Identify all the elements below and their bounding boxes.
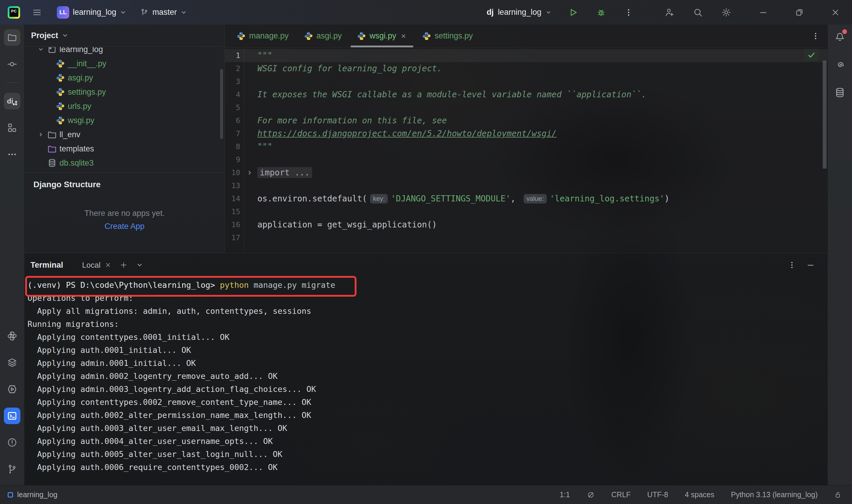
tree-item-asgi.py[interactable]: asgi.py <box>24 71 224 85</box>
close-icon <box>831 8 840 17</box>
toolwindow-django-structure-button[interactable]: di <box>4 93 20 109</box>
package-icon <box>48 47 56 54</box>
caret-position-widget[interactable]: 1:1 <box>560 490 570 499</box>
tree-item-label: urls.py <box>68 102 91 111</box>
code-with-me-button[interactable] <box>660 7 678 17</box>
settings-button[interactable] <box>717 7 736 17</box>
run-configuration-widget[interactable]: dj learning_log <box>484 5 555 19</box>
tree-item-ll_env[interactable]: ll_env <box>24 127 224 142</box>
close-button[interactable] <box>827 8 844 17</box>
tree-item-db.sqlite3[interactable]: db.sqlite3 <box>24 156 224 167</box>
restore-button[interactable] <box>791 8 808 17</box>
terminal-tab-dropdown-button[interactable] <box>136 262 143 269</box>
database-button[interactable] <box>832 84 848 101</box>
create-app-link[interactable]: Create App <box>24 222 224 231</box>
code-line-8[interactable]: 8""" <box>225 140 828 153</box>
toolwindow-vcs-button[interactable] <box>4 461 20 478</box>
editor-tab-settings.py[interactable]: settings.py <box>415 24 481 47</box>
git-branch-icon <box>140 8 149 17</box>
code-text: It exposes the WSGI callable as a module… <box>244 88 647 101</box>
terminal-title[interactable]: Terminal <box>31 260 63 270</box>
code-line-7[interactable]: 7https://docs.djangoproject.com/en/5.2/h… <box>225 127 828 140</box>
hide-terminal-button[interactable] <box>806 260 815 269</box>
project-panel-title: Project <box>31 31 58 40</box>
toolwindow-terminal-button[interactable] <box>4 408 20 424</box>
code-line-1[interactable]: 1""" <box>225 49 828 62</box>
toolwindow-python-packages-button[interactable] <box>4 328 20 344</box>
svg-text:di: di <box>7 97 13 105</box>
code-line-9[interactable]: 9 <box>225 153 828 166</box>
code-text: """ <box>244 49 272 62</box>
chevron-down-icon <box>120 9 126 16</box>
editor-scrollbar-thumb[interactable] <box>823 61 827 168</box>
minimize-icon <box>759 8 768 17</box>
toolwindow-structure-button[interactable] <box>4 120 20 136</box>
code-text: application = get_wsgi_application() <box>244 218 437 231</box>
encoding-widget[interactable]: UTF-8 <box>647 490 668 499</box>
notifications-button[interactable] <box>832 29 848 45</box>
minimize-button[interactable] <box>755 8 772 17</box>
tree-item-settings.py[interactable]: settings.py <box>24 85 224 99</box>
more-tool-windows-button[interactable] <box>4 146 20 163</box>
debug-button[interactable] <box>592 8 610 17</box>
tab-close-icon[interactable] <box>400 33 407 39</box>
code-line-17[interactable]: 17 <box>225 231 828 244</box>
python-file-icon <box>237 32 246 40</box>
code-line-5[interactable]: 5 <box>225 101 828 114</box>
interpreter-widget[interactable]: Python 3.13 (learning_log) <box>731 490 818 499</box>
run-button[interactable] <box>564 8 582 17</box>
readonly-toggle[interactable] <box>834 491 842 499</box>
toolwindow-services-button[interactable] <box>4 381 20 397</box>
tree-item-wsgi.py[interactable]: wsgi.py <box>24 113 224 127</box>
code-line-2[interactable]: 2WSGI config for learning_log project. <box>225 62 828 75</box>
code-line-4[interactable]: 4It exposes the WSGI callable as a modul… <box>225 88 828 101</box>
code-editor[interactable]: 1"""2WSGI config for learning_log projec… <box>225 49 828 244</box>
tree-item-templates[interactable]: templates <box>24 142 224 156</box>
search-everywhere-button[interactable] <box>689 7 707 17</box>
vcs-branch-widget[interactable]: master <box>137 5 190 19</box>
main-menu-button[interactable] <box>28 7 46 17</box>
editor-tab-asgi.py[interactable]: asgi.py <box>296 24 350 47</box>
terminal-output-line: Applying admin.0003_logentry_add_action_… <box>28 383 828 396</box>
terminal-output[interactable]: (.venv) PS D:\code\Python\learning_log> … <box>24 278 828 485</box>
code-line-14[interactable]: 14os.environ.setdefault(key:'DJANGO_SETT… <box>225 192 828 205</box>
tree-chevron[interactable] <box>37 47 45 52</box>
editor-tab-manage.py[interactable]: manage.py <box>229 24 296 47</box>
toolwindow-problems-button[interactable] <box>4 434 20 451</box>
notification-badge <box>842 29 847 34</box>
toolwindow-python-console-button[interactable] <box>4 354 20 371</box>
line-ending-widget[interactable]: CRLF <box>612 490 631 499</box>
tree-item-learning_log[interactable]: learning_log <box>24 47 224 56</box>
python-file-icon <box>237 32 246 40</box>
project-switcher[interactable]: LL learning_log <box>54 4 129 21</box>
tree-chevron[interactable] <box>37 132 45 138</box>
highlighting-level-widget[interactable] <box>587 491 595 499</box>
toolwindow-project-button[interactable] <box>4 29 20 46</box>
fold-indicator-icon[interactable] <box>247 166 253 179</box>
tree-item-urls.py[interactable]: urls.py <box>24 99 224 113</box>
code-line-3[interactable]: 3 <box>225 75 828 88</box>
ai-assistant-button[interactable] <box>832 56 848 73</box>
new-terminal-tab-button[interactable] <box>120 261 128 269</box>
python-icon <box>56 116 65 125</box>
line-number: 10 <box>225 166 244 179</box>
code-text: import ... <box>244 166 312 179</box>
statusbar-project-widget[interactable]: learning_log <box>0 490 57 499</box>
indent-widget[interactable]: 4 spaces <box>685 490 714 499</box>
code-line-13[interactable]: 13 <box>225 179 828 192</box>
project-scrollbar-thumb[interactable] <box>220 69 223 139</box>
line-number: 15 <box>225 205 244 218</box>
code-line-16[interactable]: 16application = get_wsgi_application() <box>225 218 828 231</box>
editor-tab-wsgi.py[interactable]: wsgi.py <box>349 24 415 47</box>
code-line-10[interactable]: 10import ... <box>225 166 828 179</box>
code-line-15[interactable]: 15 <box>225 205 828 218</box>
tree-item-__init__.py[interactable]: __init__.py <box>24 56 224 71</box>
terminal-tab-local[interactable]: Local <box>82 260 111 270</box>
toolwindow-commit-button[interactable] <box>4 56 20 72</box>
terminal-output-line: Applying auth.0001_initial... OK <box>28 344 828 357</box>
terminal-options-button[interactable] <box>788 261 796 269</box>
more-actions-button[interactable] <box>620 8 637 17</box>
project-panel-header[interactable]: Project <box>24 24 224 47</box>
code-line-6[interactable]: 6For more information on this file, see <box>225 114 828 127</box>
editor-tab-options-button[interactable] <box>812 24 820 47</box>
